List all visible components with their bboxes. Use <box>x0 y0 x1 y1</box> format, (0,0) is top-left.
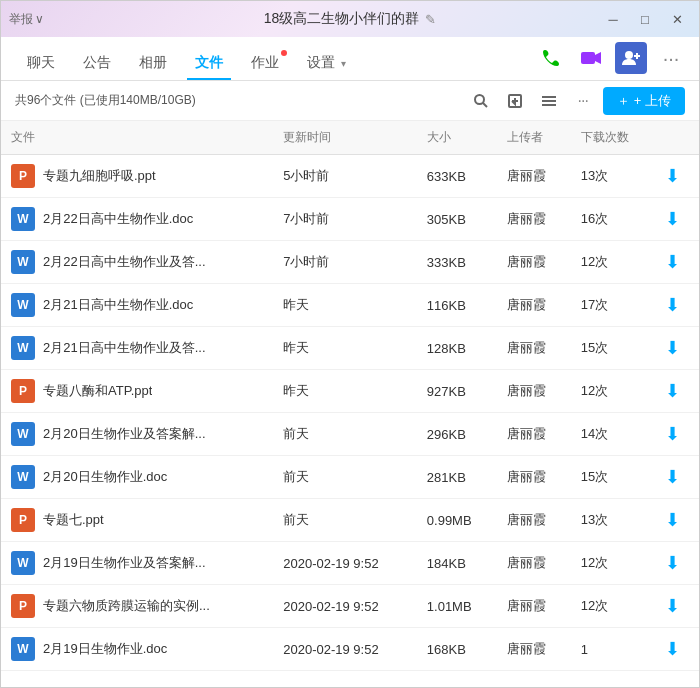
file-download-btn-8[interactable]: ⬇ <box>655 499 699 542</box>
svg-line-6 <box>483 103 487 107</box>
table-row[interactable]: W 2月21日高中生物作业.doc 昨天 116KB 唐丽霞 17次 ⬇ <box>1 284 699 327</box>
file-name-cell-7: W 2月20日生物作业.doc <box>1 456 273 499</box>
upload-button[interactable]: ＋ + 上传 <box>603 87 685 115</box>
word-icon: W <box>11 250 35 274</box>
table-row[interactable]: W 2月20日生物作业.doc 前天 281KB 唐丽霞 15次 ⬇ <box>1 456 699 499</box>
table-row[interactable]: P 专题六物质跨膜运输的实例... 2020-02-19 9:52 1.01MB… <box>1 585 699 628</box>
file-download-btn-6[interactable]: ⬇ <box>655 413 699 456</box>
tab-file[interactable]: 文件 <box>181 46 237 80</box>
phone-button[interactable] <box>535 42 567 74</box>
table-row[interactable]: P 专题九细胞呼吸.ppt 5小时前 633KB 唐丽霞 13次 ⬇ <box>1 155 699 198</box>
file-download-btn-9[interactable]: ⬇ <box>655 542 699 585</box>
download-icon-0[interactable]: ⬇ <box>665 166 680 186</box>
table-row[interactable]: W 2月22日高中生物作业及答... 7小时前 333KB 唐丽霞 12次 ⬇ <box>1 241 699 284</box>
table-row[interactable]: W 2月20日生物作业及答案解... 前天 296KB 唐丽霞 14次 ⬇ <box>1 413 699 456</box>
video-call-button[interactable] <box>575 42 607 74</box>
table-row[interactable]: P 专题七.ppt 前天 0.99MB 唐丽霞 13次 ⬇ <box>1 499 699 542</box>
file-name-8: 专题七.ppt <box>43 511 104 529</box>
more-options-button[interactable]: ··· <box>655 42 687 74</box>
settings-chevron-icon: ▾ <box>341 58 346 69</box>
file-downloads-11: 1 <box>571 628 656 671</box>
tab-chat[interactable]: 聊天 <box>13 46 69 80</box>
download-icon-3[interactable]: ⬇ <box>665 295 680 315</box>
minimize-button[interactable]: ─ <box>599 5 627 33</box>
download-icon-2[interactable]: ⬇ <box>665 252 680 272</box>
file-download-btn-5[interactable]: ⬇ <box>655 370 699 413</box>
file-name-cell-1: W 2月22日高中生物作业.doc <box>1 198 273 241</box>
download-icon-9[interactable]: ⬇ <box>665 553 680 573</box>
download-icon-5[interactable]: ⬇ <box>665 381 680 401</box>
table-row[interactable]: W 2月21日高中生物作业及答... 昨天 128KB 唐丽霞 15次 ⬇ <box>1 327 699 370</box>
close-button[interactable]: ✕ <box>663 5 691 33</box>
report-label: 举报 <box>9 11 33 28</box>
nav-right-icons: ··· <box>535 42 687 80</box>
window-title: 18级高二生物小伴们的群 <box>264 10 420 28</box>
file-size-1: 305KB <box>417 198 498 241</box>
file-download-btn-3[interactable]: ⬇ <box>655 284 699 327</box>
file-time-11: 2020-02-19 9:52 <box>273 628 417 671</box>
search-button[interactable] <box>467 87 495 115</box>
download-icon-11[interactable]: ⬇ <box>665 639 680 659</box>
download-icon-8[interactable]: ⬇ <box>665 510 680 530</box>
nav-tabs: 聊天 公告 相册 文件 作业 设置 ▾ <box>13 46 360 80</box>
download-icon-4[interactable]: ⬇ <box>665 338 680 358</box>
list-view-button[interactable] <box>535 87 563 115</box>
file-size-3: 116KB <box>417 284 498 327</box>
file-name-cell-2: W 2月22日高中生物作业及答... <box>1 241 273 284</box>
tab-album[interactable]: 相册 <box>125 46 181 80</box>
file-size-0: 633KB <box>417 155 498 198</box>
download-icon-10[interactable]: ⬇ <box>665 596 680 616</box>
more-toolbar-button[interactable]: ··· <box>569 87 597 115</box>
file-download-btn-0[interactable]: ⬇ <box>655 155 699 198</box>
file-download-btn-1[interactable]: ⬇ <box>655 198 699 241</box>
file-name-cell-5: P 专题八酶和ATP.ppt <box>1 370 273 413</box>
file-size-7: 281KB <box>417 456 498 499</box>
add-member-button[interactable] <box>615 42 647 74</box>
file-name-cell-6: W 2月20日生物作业及答案解... <box>1 413 273 456</box>
table-row[interactable]: W 2月19日生物作业及答案解... 2020-02-19 9:52 184KB… <box>1 542 699 585</box>
file-size-8: 0.99MB <box>417 499 498 542</box>
file-name-cell-3: W 2月21日高中生物作业.doc <box>1 284 273 327</box>
title-bar-left: 举报 ∨ <box>9 1 44 37</box>
svg-point-2 <box>625 51 633 59</box>
file-download-btn-10[interactable]: ⬇ <box>655 585 699 628</box>
toolbar-icons: ··· ＋ + 上传 <box>467 87 685 115</box>
download-icon-6[interactable]: ⬇ <box>665 424 680 444</box>
download-icon-7[interactable]: ⬇ <box>665 467 680 487</box>
file-name-6: 2月20日生物作业及答案解... <box>43 425 206 443</box>
file-download-btn-7[interactable]: ⬇ <box>655 456 699 499</box>
file-download-btn-4[interactable]: ⬇ <box>655 327 699 370</box>
upload-label: + 上传 <box>634 92 671 110</box>
file-name-1: 2月22日高中生物作业.doc <box>43 210 193 228</box>
upload-icon: ＋ <box>617 92 630 110</box>
title-bar: 举报 ∨ 18级高二生物小伴们的群 ✎ ─ □ ✕ <box>1 1 699 37</box>
table-row[interactable]: P 专题八酶和ATP.ppt 昨天 927KB 唐丽霞 12次 ⬇ <box>1 370 699 413</box>
tab-settings[interactable]: 设置 ▾ <box>293 46 360 80</box>
download-manager-icon <box>507 93 523 109</box>
file-name-cell-4: W 2月21日高中生物作业及答... <box>1 327 273 370</box>
download-icon-1[interactable]: ⬇ <box>665 209 680 229</box>
maximize-button[interactable]: □ <box>631 5 659 33</box>
nav-bar: 聊天 公告 相册 文件 作业 设置 ▾ <box>1 37 699 81</box>
tab-homework[interactable]: 作业 <box>237 46 293 80</box>
file-uploader-10: 唐丽霞 <box>497 585 570 628</box>
more-toolbar-icon: ··· <box>578 92 588 110</box>
edit-title-icon[interactable]: ✎ <box>425 12 436 27</box>
word-icon: W <box>11 637 35 661</box>
table-row[interactable]: W 2月22日高中生物作业.doc 7小时前 305KB 唐丽霞 16次 ⬇ <box>1 198 699 241</box>
ppt-icon: P <box>11 164 35 188</box>
file-download-btn-2[interactable]: ⬇ <box>655 241 699 284</box>
report-button[interactable]: 举报 ∨ <box>9 11 44 28</box>
file-uploader-2: 唐丽霞 <box>497 241 570 284</box>
file-time-3: 昨天 <box>273 284 417 327</box>
download-manager-button[interactable] <box>501 87 529 115</box>
tab-notice[interactable]: 公告 <box>69 46 125 80</box>
ppt-icon: P <box>11 508 35 532</box>
file-download-btn-11[interactable]: ⬇ <box>655 628 699 671</box>
table-row[interactable]: W 2月19日生物作业.doc 2020-02-19 9:52 168KB 唐丽… <box>1 628 699 671</box>
col-action <box>655 121 699 155</box>
svg-rect-10 <box>542 100 556 102</box>
title-bar-controls: ─ □ ✕ <box>599 1 691 37</box>
file-uploader-8: 唐丽霞 <box>497 499 570 542</box>
file-uploader-5: 唐丽霞 <box>497 370 570 413</box>
